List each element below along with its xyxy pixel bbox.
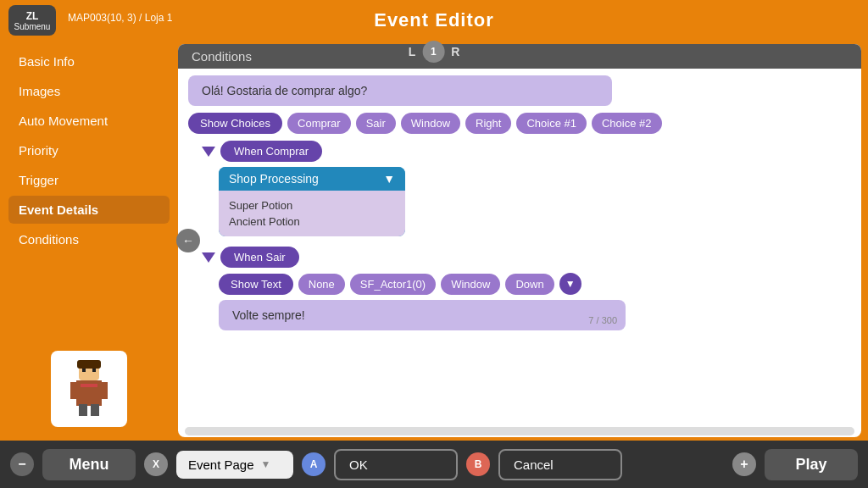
svg-rect-7 xyxy=(70,382,77,399)
sidebar-item-trigger[interactable]: Trigger xyxy=(8,166,170,194)
shop-items-list: Super Potion Ancient Potion xyxy=(219,191,405,236)
event-page-label: Event Page xyxy=(188,458,254,472)
choice-1[interactable]: Choice #1 xyxy=(516,113,587,134)
choice-comprar[interactable]: Comprar xyxy=(287,113,351,134)
svg-rect-4 xyxy=(92,369,96,372)
shop-item-0: Super Potion xyxy=(229,197,395,214)
show-choices-button[interactable]: Show Choices xyxy=(188,113,282,134)
dialogue-text: Olá! Gostaria de comprar algo? xyxy=(202,84,367,97)
sidebar-item-event-details[interactable]: Event Details xyxy=(8,196,170,224)
choice-sair[interactable]: Sair xyxy=(356,113,396,134)
volte-text-block: Volte sempre! 7 / 300 xyxy=(219,300,626,330)
x-circle-button[interactable]: X xyxy=(144,452,168,476)
when-sair-pill[interactable]: When Sair xyxy=(220,247,299,268)
text-param-window[interactable]: Window xyxy=(441,274,500,295)
menu-button[interactable]: Menu xyxy=(42,449,136,480)
b-circle-button[interactable]: B xyxy=(466,452,490,476)
character-portrait xyxy=(51,351,127,427)
show-text-button[interactable]: Show Text xyxy=(219,274,293,295)
cancel-button[interactable]: Cancel xyxy=(498,449,622,480)
sidebar: Basic Info Images Auto Movement Priority… xyxy=(0,41,178,441)
scroll-area[interactable]: Olá! Gostaria de comprar algo? Show Choi… xyxy=(178,69,861,425)
nav-page-number[interactable]: 1 xyxy=(422,41,444,63)
horizontal-scrollbar[interactable] xyxy=(185,427,854,435)
shop-caret-icon: ▼ xyxy=(383,172,395,186)
minus-button[interactable]: − xyxy=(10,452,34,476)
shop-processing-block[interactable]: Shop Processing ▼ Super Potion Ancient P… xyxy=(219,167,405,236)
when-sair-header: When Sair xyxy=(188,247,851,268)
left-arrow-button[interactable]: ← xyxy=(176,229,200,252)
sidebar-item-images[interactable]: Images xyxy=(8,77,170,105)
char-count: 7 / 300 xyxy=(588,315,617,325)
shop-item-1: Ancient Potion xyxy=(229,214,395,230)
choice-2[interactable]: Choice #2 xyxy=(592,113,662,134)
show-text-row: Show Text None SF_Actor1(0) Window Down … xyxy=(188,273,851,295)
event-page-dropdown[interactable]: Event Page ▼ xyxy=(176,451,293,479)
show-choices-row: Show Choices Comprar Sair Window Right C… xyxy=(188,113,851,134)
nav-r-label[interactable]: R xyxy=(451,45,459,58)
zl-label: ZL xyxy=(26,10,39,22)
sidebar-item-priority[interactable]: Priority xyxy=(8,136,170,164)
triangle-down-icon-2 xyxy=(202,252,215,263)
choice-window[interactable]: Window xyxy=(401,113,460,134)
svg-rect-3 xyxy=(82,369,86,372)
svg-rect-8 xyxy=(101,382,108,399)
page-title: Event Editor xyxy=(374,9,494,31)
a-circle-button[interactable]: A xyxy=(302,452,326,476)
submenu-button[interactable]: ZL Submenu xyxy=(8,5,56,36)
map-location-label: MAP003(10, 3) / Loja 1 xyxy=(68,12,172,24)
nav-l-label[interactable]: L xyxy=(409,45,416,58)
bottom-bar: − Menu X Event Page ▼ A OK B Cancel + Pl… xyxy=(0,441,868,488)
svg-rect-2 xyxy=(77,360,101,369)
dialogue-block: Olá! Gostaria de comprar algo? xyxy=(188,75,612,106)
dropdown-caret-icon: ▼ xyxy=(261,458,271,470)
conditions-header: Conditions xyxy=(178,44,861,69)
character-sprite xyxy=(64,355,114,423)
play-button[interactable]: Play xyxy=(765,449,858,480)
top-bar: ZL Submenu MAP003(10, 3) / Loja 1 Event … xyxy=(0,0,868,41)
sidebar-item-conditions[interactable]: Conditions xyxy=(8,225,170,253)
text-param-none[interactable]: None xyxy=(298,274,345,295)
text-param-down[interactable]: Down xyxy=(505,274,554,295)
text-param-actor[interactable]: SF_Actor1(0) xyxy=(350,274,436,295)
svg-rect-9 xyxy=(81,384,97,387)
svg-rect-6 xyxy=(91,404,99,416)
sidebar-item-auto-movement[interactable]: Auto Movement xyxy=(8,107,170,135)
plus-button[interactable]: + xyxy=(732,452,756,476)
shop-processing-header: Shop Processing ▼ xyxy=(219,167,405,191)
choice-right[interactable]: Right xyxy=(465,113,511,134)
conditions-label: Conditions xyxy=(192,49,252,64)
sidebar-item-basic-info[interactable]: Basic Info xyxy=(8,47,170,75)
volte-text: Volte sempre! xyxy=(232,308,305,322)
when-comprar-pill[interactable]: When Comprar xyxy=(220,141,322,162)
triangle-down-icon xyxy=(202,147,215,157)
editor-area: Conditions Olá! Gostaria de comprar algo… xyxy=(178,44,861,437)
ok-button[interactable]: OK xyxy=(334,449,458,480)
when-comprar-header: When Comprar xyxy=(188,141,851,162)
main-area: Basic Info Images Auto Movement Priority… xyxy=(0,41,868,441)
text-expand-button[interactable]: ▼ xyxy=(559,273,581,295)
svg-rect-5 xyxy=(79,404,87,416)
submenu-label: Submenu xyxy=(14,22,51,31)
